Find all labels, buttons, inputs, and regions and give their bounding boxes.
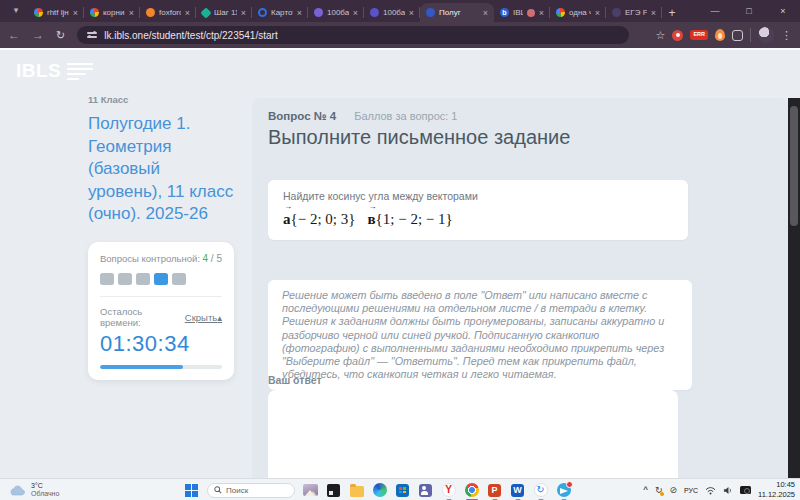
clock[interactable]: 10:45 11.12.2025: [758, 480, 795, 500]
yandex-button[interactable]: Y: [441, 483, 456, 498]
camera-icon[interactable]: [740, 486, 751, 494]
ms-store-button[interactable]: [395, 483, 410, 498]
hide-timer-link[interactable]: Скрыть▴: [185, 312, 222, 323]
violet-favicon-icon: [370, 8, 379, 17]
tab[interactable]: корни×: [84, 3, 140, 22]
vector-arrow-icon: →: [284, 202, 292, 211]
close-tab-icon[interactable]: ×: [595, 8, 600, 18]
tab[interactable]: Картот×: [252, 3, 308, 22]
tray-date: 11.12.2025: [758, 490, 795, 500]
close-tab-icon[interactable]: ×: [73, 8, 78, 18]
url-text[interactable]: lk.ibls.one/student/test/ctp/223541/star…: [104, 30, 277, 41]
question-square[interactable]: [100, 273, 114, 285]
start-button[interactable]: [184, 483, 199, 498]
close-tab-icon[interactable]: ×: [129, 8, 134, 18]
weather-widget[interactable]: 3°CОблачно: [8, 479, 59, 500]
menu-kebab-icon[interactable]: ⋮: [781, 29, 792, 42]
tab[interactable]: 100ба×: [308, 3, 364, 22]
reload-button[interactable]: ↻: [56, 30, 65, 41]
close-tab-icon[interactable]: ×: [185, 8, 190, 18]
address-bar[interactable]: lk.ibls.one/student/test/ctp/223541/star…: [77, 26, 629, 44]
maximize-button[interactable]: □: [732, 6, 766, 16]
telegram-icon: [557, 483, 571, 497]
tab[interactable]: 100ба×: [364, 3, 420, 22]
close-tab-icon[interactable]: ×: [353, 8, 358, 18]
taskbar-search[interactable]: Поиск: [207, 483, 295, 498]
scrollbar-thumb[interactable]: [790, 106, 798, 226]
instruction-box: Решение может быть введено в поле "Ответ…: [268, 280, 692, 390]
question-square-active[interactable]: [154, 273, 168, 285]
task-view-button[interactable]: [303, 483, 318, 498]
tab[interactable]: одна ч×: [550, 3, 606, 22]
close-window-button[interactable]: ×: [766, 6, 800, 16]
chrome-button[interactable]: [464, 483, 479, 498]
tab[interactable]: Шаг 11×: [196, 3, 252, 22]
tab[interactable]: bIBL×: [494, 3, 550, 22]
new-tab-button[interactable]: +: [662, 6, 682, 20]
notifications-off-icon[interactable]: ⊘: [669, 486, 677, 495]
language-indicator[interactable]: РУС: [684, 487, 698, 494]
extensions-icon[interactable]: [732, 30, 743, 41]
dark-app-button[interactable]: [326, 483, 341, 498]
telegram-button[interactable]: [556, 483, 571, 498]
minimize-button[interactable]: —: [698, 6, 732, 16]
word-button[interactable]: W: [510, 483, 525, 498]
question-square[interactable]: [172, 273, 186, 285]
tab-title: 100ба: [383, 8, 405, 17]
ibls-logo[interactable]: IBLS: [16, 60, 93, 83]
volume-icon[interactable]: [723, 486, 733, 495]
bookmark-star-icon[interactable]: ☆: [656, 29, 666, 42]
teams-icon: [419, 484, 432, 497]
tab-title: одна ч: [569, 8, 591, 17]
wifi-icon[interactable]: [705, 486, 716, 495]
back-button[interactable]: ←: [8, 29, 20, 41]
page-scrollbar[interactable]: ▾: [788, 98, 800, 478]
file-explorer-button[interactable]: [349, 483, 364, 498]
timer-progress-bar: [100, 365, 222, 369]
system-tray: ^ ↻ ⊘ РУС 10:45 11.12.2025: [643, 479, 795, 500]
powerpoint-button[interactable]: P: [487, 483, 502, 498]
browser-toolbar: ← → ↻ lk.ibls.one/student/test/ctp/22354…: [0, 22, 800, 48]
tray-sync-icon[interactable]: ↻: [655, 486, 663, 495]
sync-app-button[interactable]: ↻: [533, 483, 548, 498]
close-tab-icon[interactable]: ×: [651, 8, 656, 18]
tab[interactable]: rhtf ljн×: [28, 3, 84, 22]
answer-textarea[interactable]: [268, 390, 678, 478]
edge-button[interactable]: [372, 483, 387, 498]
divider: [100, 296, 222, 297]
forward-button[interactable]: →: [32, 29, 44, 41]
close-tab-icon[interactable]: ×: [297, 8, 302, 18]
sync-arrows-icon: ↻: [534, 483, 548, 497]
notification-badge: [566, 481, 573, 488]
err-badge-icon[interactable]: ERR: [690, 30, 708, 40]
answer-label: Ваш ответ: [268, 374, 322, 386]
tab-active[interactable]: Полуг×: [420, 3, 494, 22]
extension-red-icon[interactable]: [672, 30, 683, 41]
teams-button[interactable]: [418, 483, 433, 498]
question-square[interactable]: [118, 273, 132, 285]
flame-extension-icon[interactable]: [715, 29, 725, 41]
arrow-up-icon: ▴: [217, 312, 222, 323]
questions-progress: 4 / 5: [203, 253, 222, 264]
close-tab-icon[interactable]: ×: [539, 8, 544, 18]
tab[interactable]: foxford×: [140, 3, 196, 22]
desktop-preview-icon: [303, 484, 318, 496]
tray-expand-chevron[interactable]: ^: [643, 486, 648, 494]
close-tab-icon[interactable]: ×: [409, 8, 414, 18]
close-tab-icon[interactable]: ×: [241, 8, 246, 18]
tab-title: rhtf ljн: [47, 8, 69, 17]
tab[interactable]: ЕГЭ FL×: [606, 3, 662, 22]
site-settings-icon[interactable]: [87, 31, 97, 39]
window-controls: — □ ×: [698, 0, 800, 22]
question-square[interactable]: [136, 273, 150, 285]
close-tab-icon[interactable]: ×: [483, 8, 488, 18]
timer-value: 01:30:34: [100, 331, 222, 357]
dark-circle-favicon-icon: [612, 8, 621, 17]
terminal-app-icon: [327, 484, 340, 497]
tab-title: foxford: [159, 8, 181, 17]
profile-avatar[interactable]: [758, 27, 774, 43]
tab-search-button[interactable]: ▾: [8, 3, 24, 19]
test-progress-card: Вопросы контрольной: 4 / 5 Осталось врем…: [88, 242, 234, 380]
store-icon: [396, 484, 409, 497]
question-number: Вопрос № 4: [268, 110, 336, 122]
